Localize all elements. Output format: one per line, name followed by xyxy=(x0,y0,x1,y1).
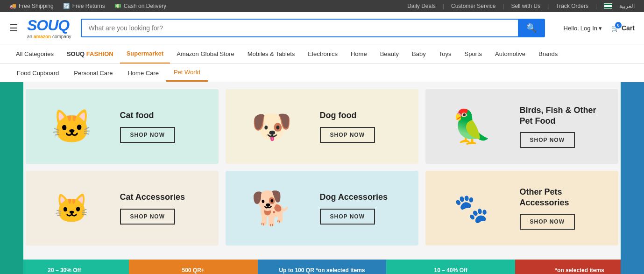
nav-toys[interactable]: Toys xyxy=(432,45,458,63)
dog-food-title: Dog food xyxy=(320,110,357,121)
cash-icon: 💵 xyxy=(114,3,121,9)
dog-acc-card: 🐕 Dog Accessories SHOP NOW xyxy=(226,171,418,246)
return-icon: 🔄 xyxy=(63,3,70,9)
cart-icon-wrap: 🛒 0 xyxy=(611,24,619,32)
other-pets-img-placeholder: 🐾 xyxy=(441,180,502,236)
chevron-down-icon: ▾ xyxy=(599,25,602,32)
birds-fish-title: Birds, Fish & Other Pet Food xyxy=(520,105,607,127)
search-icon: 🔍 xyxy=(526,23,537,33)
arabic-link[interactable]: العربية xyxy=(619,3,635,9)
birds-fish-img-placeholder: 🦜 xyxy=(441,98,502,155)
top-bar-right: Daily Deals | Customer Service | Sell wi… xyxy=(407,3,635,9)
cash-on-delivery: 💵 Cash on Delivery xyxy=(114,3,166,9)
logo: SOUQ xyxy=(27,17,69,34)
other-pets-image: 🐾 xyxy=(432,180,511,236)
other-pets-shop-btn[interactable]: SHOP NOW xyxy=(520,214,575,230)
nav-all-categories[interactable]: All Categories xyxy=(9,45,60,63)
cat-food-image: 🐱 xyxy=(33,98,111,155)
top-bar: 🚚 Free Shipping 🔄 Free Returns 💵 Cash on… xyxy=(0,0,644,12)
free-returns: 🔄 Free Returns xyxy=(63,3,105,9)
nav-automotive[interactable]: Automotive xyxy=(488,45,532,63)
other-pets-card: 🐾 Other Pets Accessories SHOP NOW xyxy=(425,171,618,246)
nav-amazon-global[interactable]: Amazon Global Store xyxy=(170,45,241,63)
nav-home[interactable]: Home xyxy=(344,45,374,63)
cat-acc-card: 🐱 Cat Accessories SHOP NOW xyxy=(26,171,219,246)
daily-deals-link[interactable]: Daily Deals xyxy=(407,3,436,9)
cat-acc-content: Cat Accessories SHOP NOW xyxy=(120,192,207,224)
search-input[interactable] xyxy=(81,19,518,37)
sub-nav: Food Cupboard Personal Care Home Care Pe… xyxy=(0,64,644,82)
cat-acc-title: Cat Accessories xyxy=(120,192,185,203)
nav-fashion[interactable]: SOUQ FASHION xyxy=(60,45,120,63)
cat-food-shop-btn[interactable]: SHOP NOW xyxy=(120,127,175,143)
subnav-personal-care[interactable]: Personal Care xyxy=(66,65,120,81)
track-orders-link[interactable]: Track Orders xyxy=(556,3,588,9)
subnav-home-care[interactable]: Home Care xyxy=(120,65,166,81)
truck-icon: 🚚 xyxy=(9,3,16,9)
left-accent xyxy=(0,82,23,274)
dog-food-img-placeholder: 🐶 xyxy=(241,98,302,155)
main-nav: All Categories SOUQ FASHION Supermarket … xyxy=(0,44,644,64)
nav-electronics[interactable]: Electronics xyxy=(301,45,344,63)
top-bar-left: 🚚 Free Shipping 🔄 Free Returns 💵 Cash on… xyxy=(9,3,166,9)
login-area[interactable]: Hello. Log In ▾ xyxy=(564,25,602,32)
dog-acc-shop-btn[interactable]: SHOP NOW xyxy=(320,209,375,225)
dog-food-content: Dog food SHOP NOW xyxy=(320,110,407,142)
cat-food-title: Cat food xyxy=(120,110,154,121)
dog-acc-title: Dog Accessories xyxy=(320,192,388,203)
dog-acc-content: Dog Accessories SHOP NOW xyxy=(320,192,407,224)
birds-fish-card: 🦜 Birds, Fish & Other Pet Food SHOP NOW xyxy=(425,89,618,164)
nav-supermarket[interactable]: Supermarket xyxy=(120,44,170,63)
product-grid-row2: 🐱 Cat Accessories SHOP NOW 🐕 Dog Accesso… xyxy=(26,171,618,246)
nav-baby[interactable]: Baby xyxy=(405,45,432,63)
customer-service-link[interactable]: Customer Service xyxy=(451,3,495,9)
cat-acc-image: 🐱 xyxy=(33,180,111,236)
logo-area[interactable]: SOUQ an amazon company xyxy=(27,17,71,39)
birds-fish-content: Birds, Fish & Other Pet Food SHOP NOW xyxy=(520,105,607,148)
other-pets-content: Other Pets Accessories SHOP NOW xyxy=(520,187,607,230)
cat-food-img-placeholder: 🐱 xyxy=(42,98,102,155)
hamburger-menu[interactable]: ☰ xyxy=(9,22,18,34)
cat-acc-img-placeholder: 🐱 xyxy=(42,180,102,236)
search-bar: 🔍 xyxy=(81,19,545,37)
flag-icon xyxy=(604,3,612,9)
header-right: Hello. Log In ▾ 🛒 0 Cart xyxy=(564,24,635,32)
nav-beauty[interactable]: Beauty xyxy=(374,45,405,63)
dog-acc-img-placeholder: 🐕 xyxy=(241,180,302,236)
right-accent xyxy=(621,82,644,274)
cat-food-content: Cat food SHOP NOW xyxy=(120,110,207,142)
birds-fish-image: 🦜 xyxy=(432,98,511,155)
other-pets-title: Other Pets Accessories xyxy=(520,187,607,209)
cat-food-card: 🐱 Cat food SHOP NOW xyxy=(26,89,219,164)
subnav-food-cupboard[interactable]: Food Cupboard xyxy=(9,65,66,81)
promo-item-3[interactable]: Up to 100 QR *on selected items xyxy=(258,260,387,274)
search-button[interactable]: 🔍 xyxy=(518,19,545,37)
nav-mobiles-tablets[interactable]: Mobiles & Tablets xyxy=(241,45,302,63)
subnav-pet-world[interactable]: Pet World xyxy=(166,64,208,82)
promo-item-2[interactable]: 500 QR+ xyxy=(129,260,258,274)
page-wrapper: 🐱 Cat food SHOP NOW 🐶 Dog food SHOP NOW xyxy=(0,82,644,274)
nav-sports[interactable]: Sports xyxy=(458,45,488,63)
promo-item-4[interactable]: 10 – 40% Off xyxy=(386,260,515,274)
cart-badge: 0 xyxy=(615,22,622,28)
content-area: 🐱 Cat food SHOP NOW 🐶 Dog food SHOP NOW xyxy=(0,82,644,260)
promo-strip: 20 – 30% Off 500 QR+ Up to 100 QR *on se… xyxy=(0,260,644,274)
cat-acc-shop-btn[interactable]: SHOP NOW xyxy=(120,209,175,225)
cart-label: Cart xyxy=(622,24,635,32)
birds-fish-shop-btn[interactable]: SHOP NOW xyxy=(520,132,575,148)
cart-area[interactable]: 🛒 0 Cart xyxy=(611,24,635,32)
logo-subtitle: an amazon company xyxy=(27,34,71,39)
sell-with-us-link[interactable]: Sell with Us xyxy=(511,3,541,9)
product-grid-row1: 🐱 Cat food SHOP NOW 🐶 Dog food SHOP NOW xyxy=(26,89,618,164)
free-shipping: 🚚 Free Shipping xyxy=(9,3,54,9)
header: ☰ SOUQ an amazon company 🔍 Hello. Log In… xyxy=(0,12,644,44)
dog-food-shop-btn[interactable]: SHOP NOW xyxy=(320,127,375,143)
dog-acc-image: 🐕 xyxy=(233,180,311,236)
dog-food-image: 🐶 xyxy=(233,98,311,155)
dog-food-card: 🐶 Dog food SHOP NOW xyxy=(226,89,418,164)
nav-brands[interactable]: Brands xyxy=(532,45,564,63)
